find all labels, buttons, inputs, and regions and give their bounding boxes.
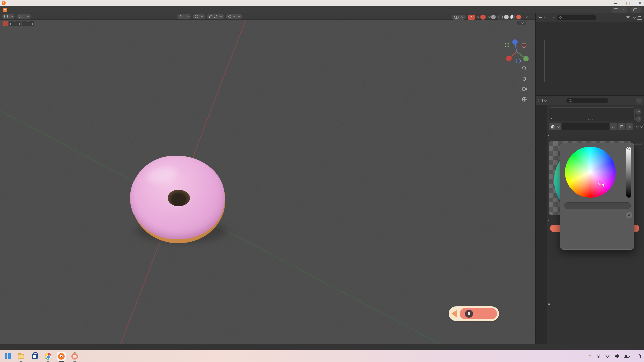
view-layer-icon: [633, 8, 637, 11]
pivot-point-dropdown[interactable]: [193, 14, 205, 19]
select-mode-subtract[interactable]: [15, 21, 21, 26]
taskbar-file-explorer[interactable]: [17, 352, 25, 361]
color-mode-tabs: [564, 202, 631, 209]
material-browse-button[interactable]: [549, 123, 561, 130]
options-dropdown[interactable]: [517, 21, 526, 25]
outliner-header: [536, 13, 644, 22]
speaker-icon[interactable]: [614, 354, 620, 358]
add-material-slot-button[interactable]: [635, 109, 641, 115]
value-slider[interactable]: [626, 147, 631, 198]
select-mode-new[interactable]: [3, 21, 8, 26]
maximize-button[interactable]: ▢: [626, 1, 629, 5]
blender-menu-logo-icon[interactable]: [3, 8, 7, 12]
donut-model[interactable]: [130, 156, 228, 246]
snap-toggle-button[interactable]: ↗: [468, 15, 475, 20]
taskbar-microsoft-store[interactable]: [30, 352, 39, 361]
properties-filter-button[interactable]: [538, 99, 546, 102]
material-name-field[interactable]: [562, 123, 609, 130]
color-picker-popup: [560, 143, 634, 250]
navigation-gizmo[interactable]: [502, 38, 531, 66]
close-button[interactable]: ✕: [638, 1, 641, 5]
duplicate-material-button[interactable]: ❐: [618, 123, 625, 130]
select-mode-intersect[interactable]: [28, 21, 34, 26]
proportional-editing-dropdown[interactable]: ∿: [226, 14, 243, 19]
fake-user-shield-button[interactable]: ◇: [610, 123, 617, 130]
subsurface-section-header[interactable]: ▼: [548, 303, 552, 306]
outliner-tree: [536, 22, 644, 25]
color-wheel-cursor[interactable]: [598, 182, 601, 185]
material-slot-list[interactable]: ▸ ⸬⸬: [549, 107, 635, 121]
status-bar: [0, 344, 644, 350]
select-mode-extend[interactable]: [9, 21, 15, 26]
value-slider-handle[interactable]: [627, 147, 630, 150]
pan-hand-icon[interactable]: [521, 75, 528, 82]
eyedropper-button[interactable]: [626, 212, 632, 218]
tree-indent-line: [544, 40, 545, 82]
hsv-color-wheel[interactable]: [565, 147, 616, 198]
wifi-icon[interactable]: [605, 354, 610, 358]
gizmo-z-axis[interactable]: [512, 39, 518, 45]
minimize-button[interactable]: —: [613, 1, 617, 5]
blender-desktop: — ▢ ✕: [0, 0, 644, 362]
battery-icon[interactable]: [624, 355, 629, 358]
select-mode-row: [3, 21, 34, 26]
show-gizmo-dropdown[interactable]: [452, 15, 466, 20]
tray-expand-chevron[interactable]: ⌃: [589, 354, 592, 359]
3d-viewport[interactable]: ⇅ ∿ ↗: [0, 13, 535, 344]
timer-back-arrow-icon[interactable]: [451, 310, 457, 317]
snap-dropdown[interactable]: [207, 14, 224, 19]
taskbar-blender[interactable]: [57, 352, 66, 361]
gizmo-y-axis[interactable]: [523, 56, 529, 61]
scene-selector[interactable]: [612, 7, 627, 13]
ortho-toggle-icon[interactable]: [521, 96, 528, 103]
right-panel: ▸ ⸬⸬ ◇ ❐ × ▽ ▾ ⸬⸬ ▾: [535, 13, 644, 344]
study-buddies-illustration: [411, 207, 527, 304]
do-not-disturb-moon-icon[interactable]: [638, 354, 641, 358]
mesh-data-dropdown[interactable]: ▽: [636, 125, 642, 129]
surface-section-header[interactable]: ▾: [548, 219, 551, 222]
microphone-icon[interactable]: [596, 354, 601, 359]
properties-search-input[interactable]: [566, 98, 608, 103]
new-collection-button[interactable]: [637, 16, 642, 20]
taskbar-chrome[interactable]: [44, 352, 52, 361]
pause-button[interactable]: [465, 310, 473, 318]
gizmo-x-axis[interactable]: [506, 56, 512, 61]
folder-icon: [18, 354, 24, 359]
outliner-search-input[interactable]: [557, 15, 596, 20]
overlay-sphere-button[interactable]: [491, 15, 496, 19]
chrome-icon: [45, 353, 51, 360]
blender-app-icon: [2, 1, 6, 5]
preview-shape-strip: [633, 143, 643, 145]
filter-icon[interactable]: [626, 16, 630, 19]
start-button[interactable]: [3, 352, 12, 361]
search-icon: [559, 16, 562, 19]
unlink-material-button[interactable]: ×: [626, 123, 633, 130]
donut-hole: [168, 190, 190, 206]
tomato-timer-icon: [71, 353, 78, 360]
search-icon: [569, 99, 571, 102]
remove-material-slot-button[interactable]: [635, 116, 641, 122]
zoom-icon[interactable]: [521, 64, 528, 72]
select-mode-invert[interactable]: [22, 21, 28, 26]
mode-dropdown[interactable]: [17, 14, 31, 19]
outliner-editor-type-button[interactable]: [538, 16, 546, 19]
object-mode-icon: [19, 15, 22, 18]
outliner-display-mode-button[interactable]: [548, 16, 555, 19]
rendered-shading-icon[interactable]: [516, 15, 521, 19]
scene-icon: [614, 8, 618, 11]
properties-header: [536, 96, 644, 105]
camera-view-icon[interactable]: [521, 85, 528, 93]
viewport-nav-buttons: [521, 64, 528, 103]
properties-options-button[interactable]: [636, 98, 642, 104]
orientation-dropdown[interactable]: ⇅: [177, 14, 191, 19]
editor-type-button[interactable]: [2, 14, 15, 19]
xray-toggle-button[interactable]: [480, 15, 486, 20]
wireframe-shading-icon[interactable]: [498, 15, 503, 19]
material-preview-shading-icon[interactable]: [510, 15, 515, 19]
properties-tab-strip: [536, 105, 547, 344]
taskbar-tomato-timer[interactable]: [70, 352, 79, 361]
solid-shading-icon[interactable]: [504, 15, 509, 19]
material-datablock-row: ◇ ❐ × ▽: [549, 123, 642, 130]
preview-section-header[interactable]: ▾ ⸬⸬: [548, 134, 551, 137]
view-layer-selector[interactable]: [631, 7, 641, 13]
